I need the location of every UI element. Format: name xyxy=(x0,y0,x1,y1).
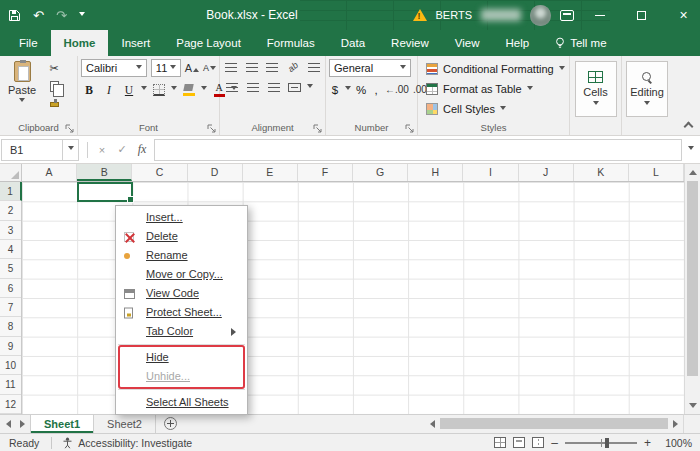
formula-input[interactable] xyxy=(154,139,682,161)
menu-item-move-or-copy[interactable]: Move or Copy... xyxy=(116,265,247,284)
underline-button[interactable]: U xyxy=(121,81,137,98)
zoom-out-button[interactable]: – xyxy=(551,437,558,449)
tab-insert[interactable]: Insert xyxy=(108,30,163,56)
increase-decimal-button[interactable]: ←.00 xyxy=(385,84,409,95)
row-header-8[interactable]: 8 xyxy=(0,317,21,336)
new-sheet-button[interactable] xyxy=(164,417,177,430)
sheet-nav-right-button[interactable] xyxy=(15,415,30,433)
page-break-preview-button[interactable] xyxy=(532,437,544,448)
currency-button[interactable]: $ xyxy=(329,81,341,98)
row-header-10[interactable]: 10 xyxy=(0,356,21,375)
italic-button[interactable]: I xyxy=(101,81,117,98)
menu-item-select-all-sheets[interactable]: Select All Sheets xyxy=(116,393,247,412)
expand-formula-bar-button[interactable] xyxy=(682,139,700,161)
close-button[interactable]: × xyxy=(667,0,700,30)
row-header-2[interactable]: 2 xyxy=(0,201,21,220)
undo-button[interactable]: ↶ xyxy=(33,9,44,22)
editing-button[interactable]: Editing xyxy=(626,61,668,117)
borders-button[interactable] xyxy=(151,81,167,98)
font-size-combo[interactable]: 11 xyxy=(151,59,181,77)
column-header-a[interactable]: A xyxy=(22,164,77,181)
align-middle-button[interactable] xyxy=(244,59,261,75)
column-header-i[interactable]: I xyxy=(463,164,518,181)
maximize-button[interactable] xyxy=(625,0,658,30)
row-header-12[interactable]: 12 xyxy=(0,395,21,414)
selected-cell-b1[interactable] xyxy=(77,182,133,202)
row-header-9[interactable]: 9 xyxy=(0,337,21,356)
menu-item-tab-color[interactable]: Tab Color xyxy=(116,322,247,341)
tab-page-layout[interactable]: Page Layout xyxy=(163,30,254,56)
tab-home[interactable]: Home xyxy=(51,30,109,56)
column-header-h[interactable]: H xyxy=(408,164,463,181)
zoom-level[interactable]: 100% xyxy=(658,437,692,449)
cell-styles-button[interactable]: Cell Styles xyxy=(421,99,566,119)
scroll-down-button[interactable] xyxy=(685,398,700,414)
sheet-nav-left-button[interactable] xyxy=(0,415,15,433)
select-all-corner[interactable] xyxy=(0,164,22,181)
formula-bar-splitter[interactable] xyxy=(79,142,88,158)
tab-data[interactable]: Data xyxy=(328,30,378,56)
chevron-down-icon[interactable] xyxy=(345,86,351,93)
sheet-tab-sheet2[interactable]: Sheet2 xyxy=(94,415,156,433)
chevron-down-icon[interactable] xyxy=(171,86,177,93)
tab-help[interactable]: Help xyxy=(493,30,543,56)
menu-item-view-code[interactable]: View Code xyxy=(116,284,247,303)
grow-font-button[interactable]: A xyxy=(185,62,199,74)
cells-button[interactable]: Cells xyxy=(575,61,617,117)
zoom-in-button[interactable]: + xyxy=(644,437,651,449)
column-header-g[interactable]: G xyxy=(353,164,408,181)
align-center-button[interactable] xyxy=(244,79,261,95)
account-name[interactable]: BERTS xyxy=(436,9,472,21)
scroll-up-button[interactable] xyxy=(685,164,700,180)
minimize-button[interactable] xyxy=(583,0,616,30)
align-right-button[interactable] xyxy=(265,79,282,95)
conditional-formatting-button[interactable]: Conditional Formatting xyxy=(421,59,566,79)
format-as-table-button[interactable]: Format as Table xyxy=(421,79,566,99)
orientation-button[interactable]: ab xyxy=(285,59,302,75)
zoom-slider[interactable] xyxy=(565,442,637,444)
clipboard-dialog-launcher-icon[interactable] xyxy=(65,124,74,133)
align-top-button[interactable] xyxy=(223,59,240,75)
horizontal-scrollbar[interactable] xyxy=(425,416,683,431)
collapse-ribbon-icon[interactable] xyxy=(684,122,694,132)
menu-item-protect-sheet[interactable]: Protect Sheet... xyxy=(116,303,247,322)
chevron-down-icon[interactable] xyxy=(201,86,207,93)
number-dialog-launcher-icon[interactable] xyxy=(405,124,414,133)
alignment-dialog-launcher-icon[interactable] xyxy=(313,124,322,133)
align-bottom-button[interactable] xyxy=(264,59,281,75)
cancel-button[interactable]: × xyxy=(92,139,112,161)
font-name-combo[interactable]: Calibri xyxy=(81,59,147,77)
warning-icon[interactable]: ! xyxy=(413,9,427,21)
row-header-3[interactable]: 3 xyxy=(0,221,21,240)
vertical-scrollbar-thumb[interactable] xyxy=(687,181,698,376)
column-header-j[interactable]: J xyxy=(519,164,574,181)
bold-button[interactable]: B xyxy=(81,81,97,98)
align-left-button[interactable] xyxy=(223,79,240,95)
zoom-slider-thumb[interactable] xyxy=(605,438,609,448)
number-format-combo[interactable]: General xyxy=(329,59,411,77)
horizontal-scrollbar-thumb[interactable] xyxy=(440,418,668,429)
save-button[interactable] xyxy=(8,9,21,22)
fill-color-button[interactable] xyxy=(181,81,197,98)
menu-item-delete[interactable]: Delete xyxy=(116,227,247,246)
tab-review[interactable]: Review xyxy=(378,30,442,56)
row-header-1[interactable]: 1 xyxy=(0,182,22,201)
merge-center-button[interactable] xyxy=(286,79,303,95)
paste-button[interactable]: Paste xyxy=(3,59,41,112)
menu-item-insert[interactable]: Insert... xyxy=(116,208,247,227)
redo-button[interactable]: ↷ xyxy=(56,9,67,22)
format-painter-button[interactable] xyxy=(45,97,63,112)
scroll-left-button[interactable] xyxy=(425,416,439,431)
comma-style-button[interactable]: , xyxy=(371,81,381,98)
accessibility-button[interactable]: Accessibility: Investigate xyxy=(52,437,202,449)
tab-file[interactable]: File xyxy=(6,30,51,56)
row-header-7[interactable]: 7 xyxy=(0,298,21,317)
column-header-l[interactable]: L xyxy=(629,164,684,181)
copy-button[interactable] xyxy=(45,79,63,94)
row-header-6[interactable]: 6 xyxy=(0,279,21,298)
ribbon-display-options-icon[interactable] xyxy=(560,10,574,21)
column-header-c[interactable]: C xyxy=(132,164,187,181)
menu-item-rename[interactable]: Rename xyxy=(116,246,247,265)
name-box[interactable]: B1 xyxy=(1,139,63,161)
row-header-5[interactable]: 5 xyxy=(0,259,21,278)
